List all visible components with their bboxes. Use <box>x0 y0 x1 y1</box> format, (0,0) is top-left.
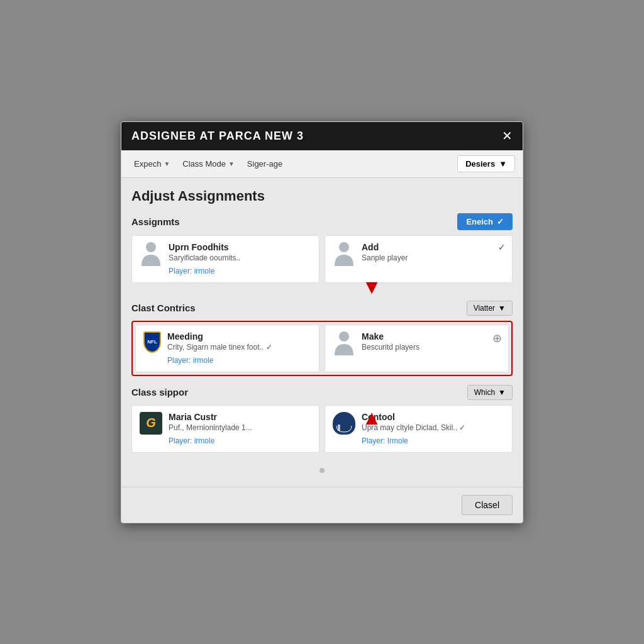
svg-rect-4 <box>338 425 340 431</box>
clast-card-2: Make Bescuritd players ⊕ <box>325 325 509 372</box>
modal-body: Adjust Assignments Assignmts Eneich ✓ <box>121 178 523 487</box>
card-content-2: Add Sanple player <box>362 242 504 265</box>
chevron-down-icon: ▼ <box>228 160 235 167</box>
chevron-down-icon: ▼ <box>498 304 506 313</box>
clast-contrics-label: Clast Contrics <box>131 303 196 313</box>
enrich-button[interactable]: Eneich ✓ <box>457 213 513 230</box>
modal-title: ADSIGNEB AT PARCA NEW 3 <box>131 130 304 143</box>
clast-contrics-area: Clast Contrics Viatter ▼ NFL Meeding <box>131 301 513 376</box>
modal-footer: Clasel <box>121 487 523 523</box>
assignments-section: Uprn Foodhits Saryificlade ooumits.. Pla… <box>131 235 513 283</box>
chevron-down-icon: ▼ <box>499 159 507 169</box>
scroll-dot <box>319 468 325 473</box>
toolbar-class-mode[interactable]: Class Mode ▼ <box>177 157 240 171</box>
which-button[interactable]: Which ▼ <box>467 385 513 400</box>
packers-icon: G <box>140 412 162 435</box>
check-icon: ✓ <box>497 217 504 226</box>
assignment-card-2: Add Sanple player ✓ <box>325 235 513 283</box>
class-sippor-header: Class sippor Which ▼ <box>131 385 513 400</box>
assignmts-header: Assignmts Eneich ✓ <box>131 213 513 230</box>
sippor-card-title-2: Contool <box>362 412 504 422</box>
highlighted-section: NFL Meeding Crity, Sigarn male tinex foo… <box>131 321 513 376</box>
card-title-1: Uprn Foodhits <box>169 242 311 252</box>
toolbar-siger-age: Siger-age <box>242 157 287 171</box>
title-bar: ADSIGNEB AT PARCA NEW 3 ✕ <box>121 122 523 150</box>
class-sippor-grid: G Maria Custr Puf., Mernionintylade 1...… <box>131 405 513 453</box>
card-link-1[interactable]: Player: irmole <box>169 267 214 275</box>
card-content-1: Uprn Foodhits Saryificlade ooumits.. Pla… <box>169 242 311 276</box>
helmet-icon <box>333 412 355 435</box>
toolbar-expech[interactable]: Expech ▼ <box>129 157 175 171</box>
sippor-card-content-2: Contool Upra may cltyle Diclad, Skil.. ✓… <box>362 412 504 446</box>
svg-point-2 <box>339 331 349 341</box>
class-sippor-label: Class sippor <box>131 387 188 397</box>
toolbar: Expech ▼ Class Mode ▼ Siger-age Desiers … <box>121 150 523 178</box>
nfl-logo: NFL <box>143 331 161 353</box>
class-sippor-area: ▲ Class sippor Which ▼ G Maria Custr Puf… <box>131 385 513 453</box>
desiers-button[interactable]: Desiers ▼ <box>457 155 515 172</box>
clast-card-desc-2: Bescuritd players <box>362 343 501 352</box>
close-button[interactable]: ✕ <box>502 130 513 142</box>
clast-card-content-2: Make Bescuritd players <box>362 331 501 354</box>
toolbar-right: Desiers ▼ <box>457 155 515 172</box>
assignmts-label: Assignmts <box>131 216 180 227</box>
svg-point-1 <box>339 242 349 252</box>
modal: ADSIGNEB AT PARCA NEW 3 ✕ Expech ▼ Class… <box>121 121 523 523</box>
sippor-card-1: G Maria Custr Puf., Mernionintylade 1...… <box>131 405 319 453</box>
svg-point-0 <box>146 242 156 252</box>
clast-cards: NFL Meeding Crity, Sigarn male tinex foo… <box>135 325 509 372</box>
scroll-indicator <box>131 462 513 477</box>
chevron-down-icon: ▼ <box>164 160 170 167</box>
clast-contrics-header: Clast Contrics Viatter ▼ <box>131 301 513 316</box>
card-desc-2: Sanple player <box>362 253 504 262</box>
viatter-button[interactable]: Viatter ▼ <box>467 301 513 316</box>
assignment-card-1: Uprn Foodhits Saryificlade ooumits.. Pla… <box>131 235 319 283</box>
clast-card-title-1: Meeding <box>167 331 311 341</box>
arrow-down-icon: ▼ <box>362 277 382 297</box>
sippor-card-desc-2: Upra may cltyle Diclad, Skil.. ✓ <box>362 423 504 432</box>
sippor-card-link-2[interactable]: Player: Irmole <box>362 436 408 445</box>
section-title: Adjust Assignments <box>131 188 513 204</box>
sippor-card-content-1: Maria Custr Puf., Mernionintylade 1... P… <box>169 412 311 446</box>
plus-icon: ⊕ <box>492 331 502 345</box>
card-title-2: Add <box>362 242 504 252</box>
clast-card-title-2: Make <box>362 331 501 341</box>
clast-card-1: NFL Meeding Crity, Sigarn male tinex foo… <box>135 325 319 372</box>
clast-card-desc-1: Crity, Sigarn male tinex foot.. ✓ <box>167 343 311 352</box>
card-desc-1: Saryificlade ooumits.. <box>169 253 311 262</box>
clasel-button[interactable]: Clasel <box>462 495 513 515</box>
assignments-grid: Uprn Foodhits Saryificlade ooumits.. Pla… <box>131 235 513 283</box>
clast-card-content-1: Meeding Crity, Sigarn male tinex foot.. … <box>167 331 311 365</box>
clast-card-link-1[interactable]: Player: irmole <box>167 356 213 365</box>
person-icon-2 <box>333 242 355 265</box>
sippor-card-title-1: Maria Custr <box>169 412 311 422</box>
sippor-card-desc-1: Puf., Mernionintylade 1... <box>169 423 311 432</box>
sippor-card-link-1[interactable]: Player: irmole <box>169 436 214 445</box>
chevron-down-icon: ▼ <box>498 388 506 397</box>
arrow-up-icon: ▲ <box>362 408 382 428</box>
sippor-card-2: Contool Upra may cltyle Diclad, Skil.. ✓… <box>325 405 513 453</box>
check-icon-2: ✓ <box>498 242 506 252</box>
person-icon-3 <box>333 331 355 354</box>
person-icon-1 <box>140 242 162 265</box>
